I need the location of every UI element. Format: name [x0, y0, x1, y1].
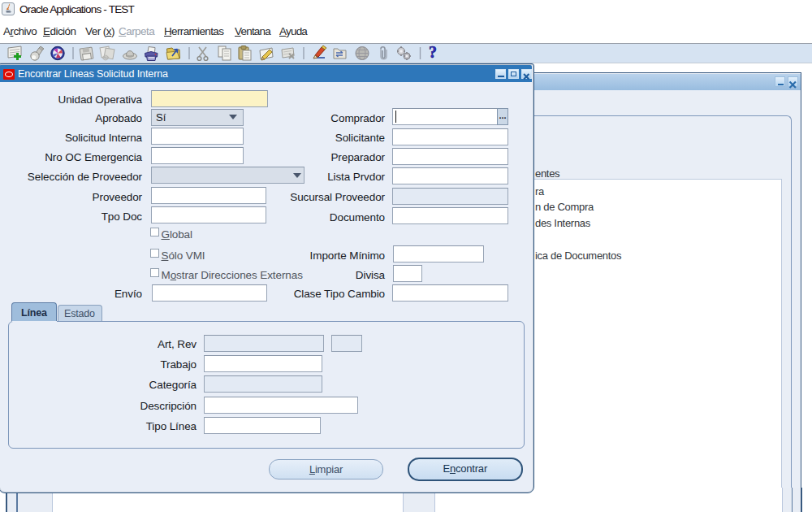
- svg-text:?: ?: [429, 44, 437, 61]
